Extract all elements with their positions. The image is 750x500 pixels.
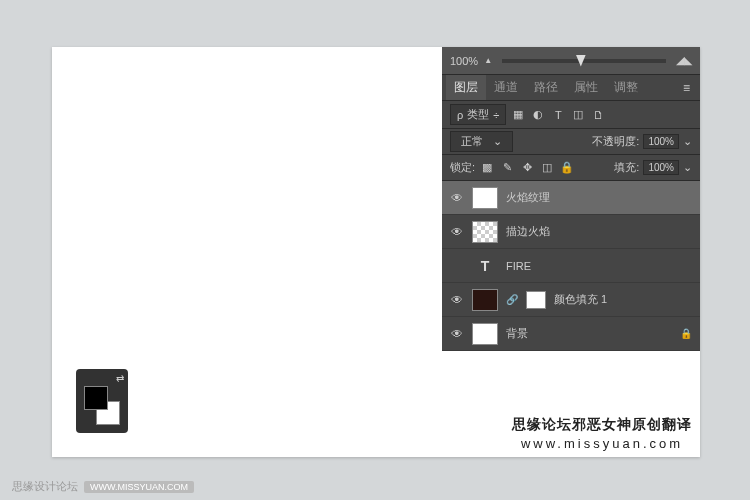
zoom-bar: 100% ▲ ◢◣ <box>442 47 700 75</box>
opacity-label: 不透明度: <box>592 134 639 149</box>
visibility-icon[interactable]: 👁 <box>450 225 464 239</box>
visibility-icon[interactable]: 👁 <box>450 191 464 205</box>
zoom-in-icon[interactable]: ◢◣ <box>676 54 692 67</box>
layer-row[interactable]: 👁 火焰纹理 <box>442 181 700 215</box>
blend-bar: 正常⌄ 不透明度: 100% ⌄ <box>442 129 700 155</box>
layer-thumb[interactable] <box>472 187 498 209</box>
layer-name[interactable]: FIRE <box>506 260 692 272</box>
layers-list: 👁 火焰纹理 👁 描边火焰 T FIRE 👁 🔗 颜色填充 1 <box>442 181 700 351</box>
filter-smart-icon[interactable]: 🗋 <box>590 108 606 122</box>
layer-name[interactable]: 描边火焰 <box>506 224 692 239</box>
layer-thumb[interactable] <box>472 289 498 311</box>
layer-row[interactable]: T FIRE <box>442 249 700 283</box>
filter-bar: ρ 类型 ÷ ▦ ◐ T ◫ 🗋 <box>442 101 700 129</box>
chevron-down-icon[interactable]: ⌄ <box>683 135 692 148</box>
tab-adjustments[interactable]: 调整 <box>606 75 646 100</box>
layers-panel: 100% ▲ ◢◣ 图层 通道 路径 属性 调整 ≡ ρ 类型 ÷ ▦ ◐ T … <box>442 47 700 351</box>
panel-menu-icon[interactable]: ≡ <box>677 81 696 95</box>
filter-shape-icon[interactable]: ◫ <box>570 108 586 122</box>
lock-label: 锁定: <box>450 160 475 175</box>
layer-row[interactable]: 👁 描边火焰 <box>442 215 700 249</box>
tab-paths[interactable]: 路径 <box>526 75 566 100</box>
zoom-value[interactable]: 100% <box>450 55 478 67</box>
lock-position-icon[interactable]: ✥ <box>519 161 535 175</box>
layer-row[interactable]: 👁 背景 🔒 <box>442 317 700 351</box>
layer-thumb[interactable] <box>472 221 498 243</box>
chevron-down-icon[interactable]: ⌄ <box>683 161 692 174</box>
lock-bar: 锁定: ▩ ✎ ✥ ◫ 🔒 填充: 100% ⌄ <box>442 155 700 181</box>
blend-mode-dropdown[interactable]: 正常⌄ <box>450 131 513 152</box>
opacity-input[interactable]: 100% <box>643 134 679 149</box>
mask-thumb[interactable] <box>526 291 546 309</box>
layer-name[interactable]: 火焰纹理 <box>506 190 692 205</box>
fill-label: 填充: <box>614 160 639 175</box>
lock-pixels-icon[interactable]: ✎ <box>499 161 515 175</box>
link-icon[interactable]: 🔗 <box>506 294 518 305</box>
color-swatch-tool[interactable]: ⇄ <box>76 369 128 433</box>
search-icon: ρ <box>457 109 463 121</box>
tab-layers[interactable]: 图层 <box>446 75 486 100</box>
lock-all-icon[interactable]: 🔒 <box>559 161 575 175</box>
type-layer-icon[interactable]: T <box>472 255 498 277</box>
page-footer: 思缘设计论坛 WWW.MISSYUAN.COM <box>12 479 194 494</box>
layer-thumb[interactable] <box>472 323 498 345</box>
foreground-color[interactable] <box>84 386 108 410</box>
layer-row[interactable]: 👁 🔗 颜色填充 1 <box>442 283 700 317</box>
visibility-icon[interactable]: 👁 <box>450 327 464 341</box>
filter-pixel-icon[interactable]: ▦ <box>510 108 526 122</box>
layer-name[interactable]: 背景 <box>506 326 672 341</box>
lock-artboard-icon[interactable]: ◫ <box>539 161 555 175</box>
filter-type-icon[interactable]: T <box>550 108 566 122</box>
zoom-slider[interactable] <box>502 59 666 63</box>
tab-properties[interactable]: 属性 <box>566 75 606 100</box>
visibility-icon[interactable]: 👁 <box>450 293 464 307</box>
layer-name[interactable]: 颜色填充 1 <box>554 292 692 307</box>
chevron-down-icon: ÷ <box>493 109 499 121</box>
tab-channels[interactable]: 通道 <box>486 75 526 100</box>
panel-tabs: 图层 通道 路径 属性 调整 ≡ <box>442 75 700 101</box>
canvas-area[interactable]: ⇄ <box>52 47 442 457</box>
lock-transparent-icon[interactable]: ▩ <box>479 161 495 175</box>
filter-adjustment-icon[interactable]: ◐ <box>530 108 546 122</box>
fill-input[interactable]: 100% <box>643 160 679 175</box>
zoom-out-icon[interactable]: ▲ <box>484 56 492 65</box>
chevron-down-icon: ⌄ <box>493 135 502 148</box>
filter-type-dropdown[interactable]: ρ 类型 ÷ <box>450 104 506 125</box>
watermark: 思缘论坛邪恶女神原创翻译 www.missyuan.com <box>512 416 692 451</box>
lock-icon: 🔒 <box>680 328 692 339</box>
